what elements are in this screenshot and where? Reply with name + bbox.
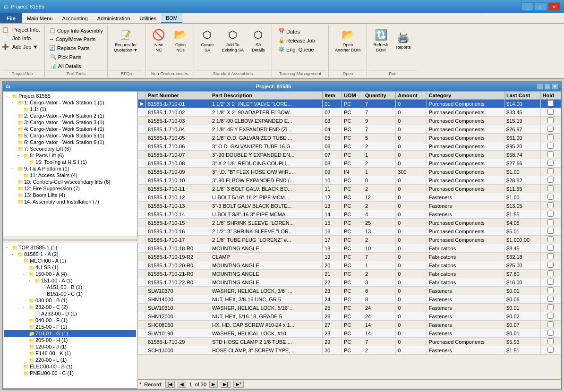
table-row[interactable]: 81585-1-710-162 1/2"-3" SHRINK SLEEVE "L… xyxy=(138,227,561,236)
tree-item-project[interactable]: - 📁 Project 81585 xyxy=(4,93,136,99)
toggle-ws3[interactable] xyxy=(12,120,17,125)
table-row[interactable]: 81585-1-710-22-R0MOUNTING ANGLE22PC30Fab… xyxy=(138,278,561,287)
tree-item-a232[interactable]: 📄 A232-00 - D (1) xyxy=(4,310,136,317)
table-row[interactable]: ▶81585-1-710-011 1/2" X 2" INLET VALVE "… xyxy=(138,100,561,108)
toggle-assembly[interactable] xyxy=(12,199,17,204)
toggle-controls[interactable] xyxy=(12,179,17,184)
tree-item-205[interactable]: 📁 205-00 - H (1) xyxy=(4,337,136,343)
table-row[interactable]: 81585-1-710-112 1/8" 3 BOLT GALV. BLACK … xyxy=(138,185,561,193)
toggle-ia[interactable]: - xyxy=(12,166,17,171)
tree-item-secondary[interactable]: - 📁 7: Secondary Lift (6) xyxy=(4,145,136,152)
table-row[interactable]: SHC08050HX. HD. CAP SCREW #10-24 x 1...2… xyxy=(138,321,561,329)
open-ncs-button[interactable]: 📂 OpenNCs xyxy=(170,26,191,55)
toggle-4uss[interactable] xyxy=(23,265,28,270)
new-nc-button[interactable]: 🚫 NewNC xyxy=(148,26,169,55)
menu-main-menu[interactable]: Main Menu xyxy=(22,13,57,23)
hold-checkbox[interactable] xyxy=(547,313,554,319)
toggle-151[interactable]: - xyxy=(29,278,34,283)
hold-cell[interactable] xyxy=(540,100,561,108)
hold-cell[interactable] xyxy=(540,278,561,287)
hold-checkbox[interactable] xyxy=(547,338,554,344)
nav-prev[interactable]: ◀ xyxy=(178,381,186,388)
hold-checkbox[interactable] xyxy=(547,202,554,208)
tree-item-a151[interactable]: 📄 A151-00 - B (1) xyxy=(4,284,136,290)
hold-checkbox[interactable] xyxy=(547,262,554,268)
col-item[interactable]: Item xyxy=(323,92,342,100)
tree-item-ws4[interactable]: 📁 4: Cargo-Vator - Work Station 4 (1) xyxy=(4,126,136,132)
table-row[interactable]: 81585-1-710-083" X 2 1/8" REDUCING COUPL… xyxy=(138,159,561,168)
toggle-120[interactable] xyxy=(23,344,28,349)
toggle-top[interactable]: - xyxy=(6,245,11,250)
toggle-ws1[interactable]: - xyxy=(12,100,17,105)
hold-cell[interactable] xyxy=(540,270,561,278)
toggle-ws2[interactable] xyxy=(12,113,17,118)
hold-checkbox[interactable] xyxy=(547,151,554,157)
tree-item-215[interactable]: 📁 215-00 - F (1) xyxy=(4,324,136,330)
hold-cell[interactable] xyxy=(540,253,561,261)
h-divider[interactable] xyxy=(3,239,137,241)
tree-item-boom[interactable]: 📁 13: Boom Lifts (4) xyxy=(4,192,136,198)
toggle-150[interactable]: - xyxy=(23,272,28,276)
toggle-tooling[interactable] xyxy=(23,160,28,164)
table-row[interactable]: 81585-1-710-032 1/8"-90 ELBOW EXPANDED E… xyxy=(138,117,561,125)
hold-checkbox[interactable] xyxy=(547,134,554,140)
table-row[interactable]: SHN12000NUT, HEX, 5/16-18, GRADE 526PC24… xyxy=(138,312,561,321)
toggle-parts-lift[interactable]: - xyxy=(17,153,22,158)
table-row[interactable]: 81585-1-710-103"-90 ELBOW EXPANDED END (… xyxy=(138,176,561,185)
nav-last[interactable]: ▶| xyxy=(221,381,231,388)
job-info-button[interactable]: Job Info. xyxy=(10,34,34,42)
bottom-tree-content[interactable]: - 📁 TOP 81585-1 (1) - 📁 81585-1 - A (2) xyxy=(3,243,137,388)
tree-item-ws1[interactable]: - 📁 1: Cargo-Vator - Work Station 1 (1) xyxy=(4,99,136,106)
reports-button[interactable]: 🖨️ Reports xyxy=(393,26,414,55)
hold-cell[interactable] xyxy=(540,202,561,210)
tree-item-232[interactable]: - 📁 232-00 - C (2) xyxy=(4,304,136,310)
col-amount[interactable]: Amount xyxy=(396,92,427,100)
toggle-secondary[interactable]: - xyxy=(12,146,17,151)
hold-cell[interactable] xyxy=(540,168,561,176)
tree-item-ws1-1[interactable]: 📁 1.1: (1) xyxy=(4,106,136,112)
hold-cell[interactable] xyxy=(540,117,561,125)
table-row[interactable]: 81585-1-710-19-R2CLAMP19PC70Fabricatons$… xyxy=(138,253,561,261)
add-job-button[interactable]: Add Job ▼ xyxy=(10,43,40,51)
tree-item-220[interactable]: 📁 220-00 - L (1) xyxy=(4,357,136,363)
pick-parts-button[interactable]: 🔍 Pick Parts xyxy=(48,53,105,61)
hold-cell[interactable] xyxy=(540,142,561,151)
table-scroll-area[interactable]: Part Number Part Description Item UOM Qu… xyxy=(137,91,561,379)
tree-item-top[interactable]: - 📁 TOP 81585-1 (1) xyxy=(4,244,136,251)
tree-item-4uss[interactable]: 📁 4U-SS (1) xyxy=(4,264,136,271)
toggle-ws5[interactable] xyxy=(12,133,17,138)
copy-into-assembly-button[interactable]: 📋 Copy Into Assembly xyxy=(47,26,105,34)
hold-cell[interactable] xyxy=(540,304,561,312)
col-uom[interactable]: UOM xyxy=(342,92,363,100)
col-part-number[interactable]: Part Number xyxy=(146,92,210,100)
toggle-e146[interactable] xyxy=(23,351,28,356)
hold-cell[interactable] xyxy=(540,236,561,244)
table-row[interactable]: 81585-1-710-063" O.D. GALVANIZED TUBE 16… xyxy=(138,142,561,151)
hold-cell[interactable] xyxy=(540,312,561,321)
hold-checkbox[interactable] xyxy=(547,347,554,353)
tree-item-assembly[interactable]: 📁 14: Assembly and Installation (7) xyxy=(4,198,136,205)
hold-checkbox[interactable] xyxy=(547,245,554,251)
copy-move-parts-button[interactable]: ↔️ Copy/Move Parts xyxy=(47,35,105,43)
toggle-710[interactable] xyxy=(23,331,28,336)
all-details-button[interactable]: 📊 All Details xyxy=(48,62,105,70)
tree-item-a2[interactable]: - 📁 81585-1 - A (2) xyxy=(4,251,136,257)
hold-checkbox[interactable] xyxy=(547,126,554,132)
tree-item-ia[interactable]: - 📁 9: I & A Platform (1) xyxy=(4,165,136,172)
tree-item-elec[interactable]: 📁 ELEC00-00 - B (1) xyxy=(4,363,136,370)
menu-bom[interactable]: BOM xyxy=(161,13,182,23)
tree-item-b151[interactable]: 📄 B151-00 - C (1) xyxy=(4,290,136,297)
nav-next[interactable]: ▶ xyxy=(209,381,218,388)
table-row[interactable]: 81585-1-710-172 1/8" TUBE PLUG "LORENZ" … xyxy=(138,236,561,244)
toggle-a151[interactable] xyxy=(34,285,39,290)
toggle-205[interactable] xyxy=(23,338,28,342)
top-tree-content[interactable]: - 📁 Project 81585 - 📁 1: Cargo-Vator - W… xyxy=(3,92,137,237)
hold-checkbox[interactable] xyxy=(547,296,554,302)
col-hold[interactable]: Hold xyxy=(540,92,561,100)
toggle-030[interactable] xyxy=(23,298,28,303)
hold-checkbox[interactable] xyxy=(547,321,554,327)
hold-cell[interactable] xyxy=(540,346,561,355)
col-category[interactable]: Category xyxy=(427,92,504,100)
tree-item-150[interactable]: - 📁 150-00 - A (4) xyxy=(4,271,136,277)
eng-queue-button[interactable]: ⚙️ Eng. Queue xyxy=(276,45,317,53)
